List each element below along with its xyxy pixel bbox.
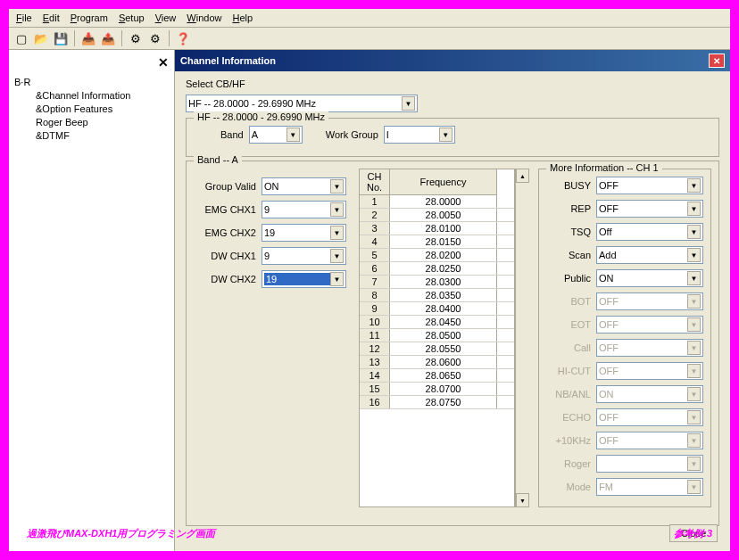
select-cbhf-combo[interactable]: HF -- 28.0000 - 29.6990 MHz ▼ [186,95,418,112]
chevron-down-icon: ▼ [687,225,701,239]
call-combo: OFF▼ [596,339,703,357]
group-valid-combo[interactable]: ON▼ [262,177,346,195]
table-row[interactable]: 1228.0550 [360,342,514,356]
menu-program[interactable]: Program [71,12,108,23]
roger-label: Roger [546,458,591,469]
chevron-down-icon: ▼ [687,410,701,424]
dw-chx2-combo[interactable]: 19▼ [262,270,346,288]
tree-item-option[interactable]: &Option Features [14,103,169,116]
table-row[interactable]: 1328.0600 [360,356,514,369]
ch-cell: 12 [360,342,390,355]
chevron-down-icon: ▼ [687,202,701,216]
help-icon[interactable]: ❓ [174,29,192,47]
group-valid-label: Group Valid [194,181,256,192]
menubar: File Edit Program Setup View Window Help [9,9,730,28]
hicut-combo: OFF▼ [596,362,703,380]
frequency-header[interactable]: Frequency [390,169,497,195]
tree-item-channel[interactable]: &Channel Information [14,89,169,103]
tree-item-roger[interactable]: Roger Beep [14,116,169,129]
freq-cell: 28.0550 [390,342,497,355]
ch-cell: 7 [360,276,390,288]
menu-view[interactable]: View [155,12,177,23]
table-scrollbar[interactable]: ▲ ▼ [515,169,529,507]
tsq-combo[interactable]: Off▼ [596,223,703,241]
table-row[interactable]: 328.0100 [360,222,514,235]
chevron-down-icon: ▼ [687,178,701,193]
ch-cell: 5 [360,249,390,261]
workgroup-combo[interactable]: I ▼ [384,126,455,144]
scan-label: Scan [546,250,591,260]
busy-combo[interactable]: OFF▼ [596,177,703,194]
close-button[interactable]: Close [669,524,718,542]
menu-help[interactable]: Help [232,12,253,23]
dw-chx2-label: DW CHX2 [194,274,256,284]
table-row[interactable]: 1628.0750 [360,396,514,409]
menu-setup[interactable]: Setup [119,12,145,23]
band-combo[interactable]: A ▼ [249,126,303,144]
rep-combo[interactable]: OFF▼ [596,200,703,218]
emg-chx2-combo[interactable]: 19▼ [262,224,346,242]
separator [74,30,75,46]
tree-item-dtmf[interactable]: &DTMF [14,129,169,143]
p10khz-label: +10KHz [546,435,591,446]
emg-chx1-combo[interactable]: 9▼ [262,201,346,218]
eot-combo: OFF▼ [596,316,703,334]
ch-cell: 11 [360,329,390,342]
mode-label: Mode [546,482,591,492]
read-icon[interactable]: 📥 [79,29,97,47]
mode-combo: FM▼ [596,478,703,496]
ch-no-header[interactable]: CH No. [360,169,390,195]
table-row[interactable]: 1528.0700 [360,383,514,396]
table-row[interactable]: 828.0350 [360,289,514,302]
tree-root[interactable]: B·R [14,77,169,87]
dialog-close-button[interactable]: ✕ [709,54,725,68]
chevron-down-icon: ▼ [330,272,344,286]
ch-cell: 3 [360,222,390,235]
tool1-icon[interactable]: ⚙ [127,29,145,47]
chevron-down-icon: ▼ [687,364,701,378]
table-row[interactable]: 228.0050 [360,209,514,222]
table-row[interactable]: 628.0250 [360,262,514,276]
table-row[interactable]: 728.0300 [360,276,514,289]
table-row[interactable]: 1428.0650 [360,369,514,383]
scroll-up-icon[interactable]: ▲ [516,169,529,183]
close-icon[interactable]: ✕ [158,55,169,70]
table-row[interactable]: 1028.0450 [360,316,514,329]
table-row[interactable]: 928.0400 [360,302,514,316]
chevron-down-icon: ▼ [330,179,344,194]
menu-edit[interactable]: Edit [43,12,60,23]
table-row[interactable]: 528.0200 [360,249,514,262]
dialog-title-text: Channel Information [180,55,276,66]
ch-cell: 14 [360,369,390,382]
tool2-icon[interactable]: ⚙ [146,29,164,47]
menu-window[interactable]: Window [187,12,221,23]
freq-cell: 28.0000 [390,195,497,208]
write-icon[interactable]: 📤 [99,29,117,47]
freq-cell: 28.0500 [390,329,497,342]
busy-label: BUSY [546,180,591,191]
public-label: Public [546,273,591,284]
ch-cell: 8 [360,289,390,301]
tsq-label: TSQ [546,226,591,237]
freq-cell: 28.0250 [390,262,497,275]
workgroup-label: Work Group [326,129,378,140]
menu-file[interactable]: File [16,12,32,23]
table-row[interactable]: 1128.0500 [360,329,514,342]
table-row[interactable]: 128.0000 [360,195,514,209]
new-icon[interactable]: ▢ [12,29,30,47]
more-info-legend: More Information -- CH 1 [546,162,662,173]
scroll-down-icon[interactable]: ▼ [516,493,529,507]
save-icon[interactable]: 💾 [52,29,70,47]
freq-cell: 28.0200 [390,249,497,261]
open-icon[interactable]: 📂 [32,29,50,47]
public-combo[interactable]: ON▼ [596,269,703,287]
band-a-legend: Band -- A [194,154,242,165]
dw-chx1-combo[interactable]: 9▼ [262,247,346,265]
eot-label: EOT [546,319,591,330]
channel-table: CH No. Frequency 128.0000228.0050328.010… [359,169,515,507]
echo-combo: OFF▼ [596,408,703,426]
scan-combo[interactable]: Add▼ [596,246,703,264]
ch-cell: 16 [360,396,390,408]
table-row[interactable]: 428.0150 [360,235,514,249]
channel-info-dialog: Channel Information ✕ Select CB/HF HF --… [175,50,730,551]
